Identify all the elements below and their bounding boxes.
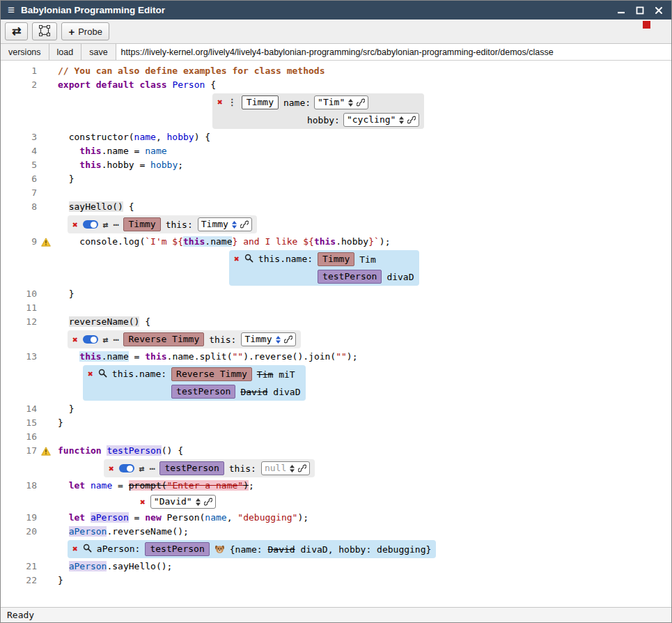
value-box[interactable]: "David" [150,495,216,509]
link-icon[interactable] [357,98,365,107]
line-number: 5 [5,158,37,172]
line-number: 7 [5,186,37,200]
example-badge[interactable]: testPerson [171,385,235,399]
stepper-icon[interactable] [231,220,237,229]
example-badge[interactable]: testPerson [159,461,224,475]
stepper-icon[interactable] [275,335,281,344]
replacement-widget[interactable]: ✖"David" [140,494,216,509]
filebar-button-versions[interactable]: versions [1,44,49,60]
stepper-icon[interactable] [289,464,295,473]
close-window-icon[interactable] [655,6,663,15]
filebar-button-save[interactable]: save [81,44,116,60]
more-options-icon[interactable]: ⋯ [114,333,119,346]
menu-icon[interactable]: ≡ [8,4,15,16]
code-line[interactable]: } [55,172,671,186]
maximize-icon[interactable] [636,6,644,15]
link-icon[interactable] [204,498,212,506]
value-box[interactable]: null [261,461,310,475]
stepper-icon[interactable] [398,116,405,125]
code-line[interactable]: console.log(`I'm ${this.name} and I like… [55,235,671,249]
swap-button[interactable]: ⇄ [5,22,28,40]
example-widget[interactable]: ✖⋮Timmyname:"Tim"hobby:"cycling" [212,93,424,129]
swap-icon[interactable]: ⇄ [103,333,109,346]
code-line[interactable]: } [55,287,671,301]
toggle-icon[interactable] [83,335,98,344]
delete-icon[interactable]: ✖ [109,462,114,475]
minimize-icon[interactable] [617,6,625,15]
code-line[interactable]: } [55,574,671,587]
code-editor[interactable]: 1// You can also define examples for cla… [1,61,671,607]
value-box[interactable]: "cycling" [343,113,419,127]
code-token: export [58,79,91,90]
probe-widget[interactable]: ✖this.name:TimmyTimtestPersondivaD [229,250,419,286]
toggle-icon[interactable] [83,220,98,229]
code-line[interactable]: // You can also define examples for clas… [55,64,671,78]
delete-icon[interactable]: ✖ [217,95,223,109]
code-token: Person [172,79,205,90]
select-region-button[interactable] [32,22,57,40]
code-line[interactable]: let name = prompt("Enter a name"); [55,479,671,493]
code-line[interactable]: this.hobby = hobby; [55,158,671,172]
more-options-icon[interactable]: ⋯ [114,218,119,231]
stepper-icon[interactable] [195,498,201,507]
drag-handle-icon[interactable]: ⋮ [228,95,237,109]
probe-widget[interactable]: ✖aPerson:testPerson{name: David divaD, h… [68,540,436,558]
delete-icon[interactable]: ✖ [234,252,240,266]
delete-icon[interactable]: ✖ [140,495,146,509]
link-icon[interactable] [298,464,306,472]
example-badge[interactable]: Reverse Timmy [171,367,252,381]
example-badge[interactable]: Timmy [242,95,279,109]
code-token: this [314,236,336,247]
example-header-widget[interactable]: ✖⇄⋯Reverse Timmythis:Timmy [68,330,301,348]
more-options-icon[interactable]: ⋯ [150,462,155,475]
code-line[interactable]: reverseName() { [55,315,671,329]
code-line[interactable]: let aPerson = new Person(name, "debuggin… [55,511,671,525]
code-token: "" [232,351,243,362]
filebar-button-load[interactable]: load [49,44,82,60]
delete-icon[interactable]: ✖ [72,218,78,231]
link-icon[interactable] [284,335,292,344]
example-badge[interactable]: testPerson [145,542,209,556]
gutter-space [37,130,55,144]
swap-icon[interactable]: ⇄ [103,218,109,231]
code-line[interactable]: this.name = this.name.split("").reverse(… [55,350,671,364]
code-line[interactable] [55,186,671,200]
code-line[interactable]: sayHello() { [55,200,671,214]
example-badge[interactable]: testPerson [318,270,382,284]
code-line[interactable]: aPerson.sayHello(); [55,560,671,574]
gutter: 2 [1,78,55,92]
widget-column: ✖"David" [55,493,671,511]
code-token: prompt( [129,480,167,491]
value-box[interactable]: "Tim" [314,95,368,109]
swap-icon[interactable]: ⇄ [139,462,145,475]
url-input[interactable]: https://lively-kernel.org/lively4/lively… [116,44,671,60]
value-box[interactable]: Timmy [198,217,252,231]
link-icon[interactable] [240,220,249,229]
code-line[interactable] [55,430,671,444]
add-probe-button[interactable]: + Probe [61,22,109,40]
example-badge[interactable]: Timmy [318,252,354,266]
probe-widget[interactable]: ✖this.name:Reverse TimmyTim miTtestPerso… [83,365,306,401]
code-line[interactable]: function testPerson() { [55,444,671,458]
delete-icon[interactable]: ✖ [88,367,93,380]
delete-icon[interactable]: ✖ [72,542,78,555]
widget-column: ✖⋮Timmyname:"Tim"hobby:"cycling" [55,92,671,130]
example-header-widget[interactable]: ✖⇄⋯Timmythis:Timmy [68,215,257,233]
delete-icon[interactable]: ✖ [72,333,78,346]
example-header-widget[interactable]: ✖⇄⋯testPersonthis:null [104,459,315,477]
code-line[interactable]: aPerson.reverseName(); [55,525,671,539]
code-line[interactable]: constructor(name, hobby) { [55,130,671,144]
code-line[interactable]: } [55,402,671,416]
link-icon[interactable] [407,116,416,124]
gutter-space [37,214,55,228]
stepper-icon[interactable] [347,98,354,107]
code-line[interactable]: export default class Person { [55,78,671,92]
code-line[interactable]: } [55,416,671,430]
example-badge[interactable]: Timmy [123,217,160,231]
example-badge[interactable]: Reverse Timmy [123,332,204,346]
value-box[interactable]: Timmy [241,332,295,346]
toggle-icon[interactable] [119,464,134,472]
code-line[interactable]: this.name = name [55,144,671,158]
code-line[interactable] [55,301,671,315]
code-token: , [227,512,238,523]
